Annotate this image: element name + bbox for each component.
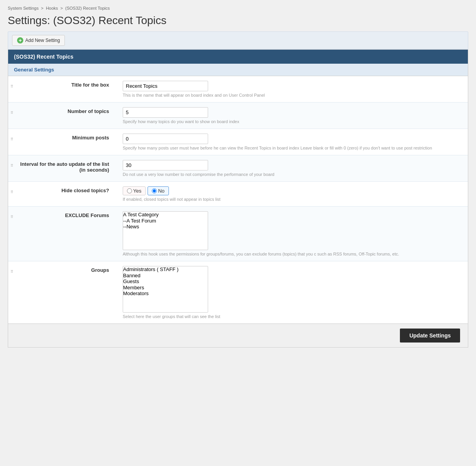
setting-value-cell: Do not use a very low number to not comp… <box>117 155 468 182</box>
drag-handle[interactable]: ⠿ <box>8 182 16 207</box>
radio-option-no[interactable]: No <box>148 186 169 195</box>
setting-label: Number of topics <box>16 103 117 129</box>
table-row: ⠿GroupsAdministrators ( STAFF )BannedGue… <box>8 261 468 324</box>
table-row: ⠿Minimum postsSpecify how many posts use… <box>8 129 468 155</box>
text-input-minimum_posts[interactable] <box>123 134 208 144</box>
section-header: General Settings <box>8 64 468 76</box>
footer-bar: Update Settings <box>8 323 468 347</box>
multiselect-exclude_forums[interactable]: A Test Category--A Test Forum--News <box>123 211 208 250</box>
field-description: Select here the user groups that will ca… <box>123 314 462 319</box>
table-row: ⠿Hide closed topics? Yes NoIf enabled, c… <box>8 182 468 207</box>
setting-value-cell: Administrators ( STAFF )BannedGuestsMemb… <box>117 261 468 324</box>
add-new-label: Add New Setting <box>25 38 60 43</box>
radio-group-hide_closed_topics: Yes No <box>123 186 462 195</box>
setting-label: Interval for the auto update of the list… <box>16 155 117 182</box>
drag-dots-icon: ⠿ <box>10 84 14 89</box>
drag-dots-icon: ⠿ <box>10 163 14 168</box>
field-description: This is the name that will appear on boa… <box>123 93 462 97</box>
drag-dots-icon: ⠿ <box>10 215 14 219</box>
drag-handle[interactable]: ⠿ <box>8 261 16 324</box>
main-panel: (SOS32) Recent Topics General Settings ⠿… <box>8 49 468 348</box>
drag-handle[interactable]: ⠿ <box>8 207 16 261</box>
radio-input-yes[interactable] <box>127 188 132 193</box>
setting-label: Minimum posts <box>16 129 117 155</box>
setting-value-cell: Yes NoIf enabled, closed topics will not… <box>117 182 468 207</box>
text-input-interval_auto_update[interactable] <box>123 160 208 170</box>
setting-value-cell: A Test Category--A Test Forum--NewsAltho… <box>117 207 468 261</box>
table-row: ⠿Interval for the auto update of the lis… <box>8 155 468 182</box>
breadcrumb: System Settings > Hooks > (SOS32) Recent… <box>8 6 468 10</box>
drag-dots-icon: ⠿ <box>10 111 14 115</box>
drag-dots-icon: ⠿ <box>10 270 14 274</box>
drag-handle[interactable]: ⠿ <box>8 103 16 129</box>
text-input-number_of_topics[interactable] <box>123 107 208 118</box>
panel-header: (SOS32) Recent Topics <box>8 50 468 64</box>
settings-table: ⠿Title for the boxThis is the name that … <box>8 76 468 323</box>
text-input-title_for_box[interactable] <box>123 81 208 91</box>
multiselect-groups[interactable]: Administrators ( STAFF )BannedGuestsMemb… <box>123 266 208 313</box>
setting-label: Hide closed topics? <box>16 182 117 207</box>
drag-handle[interactable]: ⠿ <box>8 155 16 182</box>
page-title: Settings: (SOS32) Recent Topics <box>8 14 468 27</box>
drag-dots-icon: ⠿ <box>10 137 14 141</box>
toolbar: + Add New Setting <box>8 31 468 49</box>
add-new-setting-button[interactable]: + Add New Setting <box>12 35 65 46</box>
table-row: ⠿Title for the boxThis is the name that … <box>8 76 468 103</box>
setting-label: Title for the box <box>16 76 117 103</box>
field-description: Specify how many posts user must have be… <box>123 146 462 150</box>
field-description: If enabled, closed topics will not appea… <box>123 197 462 202</box>
drag-dots-icon: ⠿ <box>10 190 14 194</box>
table-row: ⠿Number of topicsSpecify how many topics… <box>8 103 468 129</box>
setting-label: Groups <box>16 261 117 324</box>
setting-label: EXCLUDE Forums <box>16 207 117 261</box>
setting-value-cell: Specify how many posts user must have be… <box>117 129 468 155</box>
radio-option-yes[interactable]: Yes <box>123 186 146 195</box>
field-description: Although this hook uses the permissions … <box>123 252 462 256</box>
radio-input-no[interactable] <box>152 188 157 193</box>
table-row: ⠿EXCLUDE ForumsA Test Category--A Test F… <box>8 207 468 261</box>
field-description: Specify how many topics do you want to s… <box>123 119 462 124</box>
field-description: Do not use a very low number to not comp… <box>123 172 462 177</box>
drag-handle[interactable]: ⠿ <box>8 129 16 155</box>
update-settings-button[interactable]: Update Settings <box>400 329 460 343</box>
setting-value-cell: This is the name that will appear on boa… <box>117 76 468 103</box>
drag-handle[interactable]: ⠿ <box>8 76 16 103</box>
plus-circle-icon: + <box>17 37 23 43</box>
setting-value-cell: Specify how many topics do you want to s… <box>117 103 468 129</box>
